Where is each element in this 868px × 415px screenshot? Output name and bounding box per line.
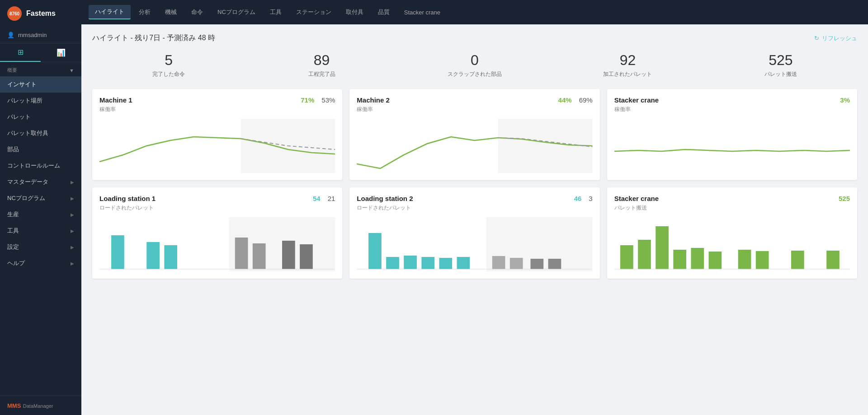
- sidebar-item-production[interactable]: 生産 ▶: [0, 206, 81, 223]
- sidebar-item-control-room[interactable]: コントロールルーム: [0, 158, 81, 174]
- card-stacker-crane-1-subtitle: 稼働率: [614, 106, 850, 113]
- nav-item-command[interactable]: 命令: [185, 5, 209, 19]
- svg-rect-13: [386, 257, 399, 269]
- svg-rect-12: [368, 233, 382, 269]
- card-machine2-chart: [357, 119, 592, 173]
- svg-rect-6: [235, 238, 248, 269]
- sidebar-item-pallet-location-label: パレット場所: [7, 97, 42, 105]
- sidebar-tabs: ⊞ 📊: [0, 43, 81, 62]
- nav-item-fixture[interactable]: 取付具: [340, 5, 370, 19]
- card-machine1-metrics: 71% 53%: [301, 96, 335, 104]
- svg-rect-26: [673, 250, 686, 269]
- mms-brand: MMS: [7, 402, 21, 409]
- sidebar-item-pallet-location[interactable]: パレット場所: [0, 93, 81, 109]
- card-machine2-metric1: 44%: [558, 96, 572, 104]
- stat-label-processed-pallets: 加工されたパレット: [551, 70, 704, 78]
- user-icon: 👤: [7, 32, 14, 38]
- card-machine1-metric2: 53%: [321, 96, 335, 104]
- nav-item-tool[interactable]: 工具: [264, 5, 288, 19]
- nav-item-machine[interactable]: 機械: [159, 5, 183, 19]
- svg-rect-21: [548, 259, 561, 269]
- nav-item-nc-program[interactable]: NCプログラム: [211, 5, 262, 19]
- sidebar-item-pallet-fixture[interactable]: パレット取付具: [0, 125, 81, 141]
- sidebar-item-insights[interactable]: インサイト: [0, 76, 81, 93]
- stat-number-process-complete: 89: [245, 52, 398, 69]
- stat-number-scrapped-parts: 0: [398, 52, 551, 69]
- stat-pallet-transport: 525 パレット搬送: [704, 52, 857, 78]
- card-loading-station-1-metric2: 21: [328, 195, 335, 202]
- card-stacker-crane-1-metrics: 3%: [840, 96, 850, 104]
- svg-rect-18: [492, 256, 505, 269]
- card-machine2-subtitle: 稼働率: [357, 106, 592, 113]
- sidebar-item-nc-program[interactable]: NCプログラム ▶: [0, 190, 81, 206]
- card-stacker-crane-1: Stacker crane 3% 稼働率: [607, 89, 857, 180]
- sidebar-arrow-help: ▶: [71, 261, 74, 266]
- sidebar-item-pallet-label: パレット: [7, 113, 31, 121]
- stat-scrapped-parts: 0 スクラップされた部品: [398, 52, 551, 78]
- logo-text: Fastems: [26, 9, 56, 18]
- refresh-button[interactable]: ↻ リフレッシュ: [814, 34, 857, 42]
- card-loading-station-1-title: Loading station 1: [99, 195, 156, 202]
- sidebar-arrow-tools: ▶: [71, 228, 74, 233]
- sidebar-item-settings[interactable]: 設定 ▶: [0, 239, 81, 255]
- card-machine1: Machine 1 71% 53% 稼働率: [92, 89, 342, 180]
- nav-item-analysis[interactable]: 分析: [132, 5, 157, 19]
- card-loading-station-2-chart: [357, 217, 592, 271]
- card-machine2-title: Machine 2: [357, 96, 390, 104]
- nav-item-stacker-crane[interactable]: Stacker crane: [398, 6, 447, 19]
- nav-item-station[interactable]: ステーション: [290, 5, 338, 19]
- card-loading-station-2-metric2: 3: [589, 195, 592, 202]
- stat-process-complete: 89 工程完了品: [245, 52, 398, 78]
- sidebar-item-nc-program-label: NCプログラム: [7, 194, 45, 202]
- card-machine2-header: Machine 2 44% 69%: [357, 96, 592, 104]
- cards-grid: Machine 1 71% 53% 稼働率: [92, 89, 857, 279]
- section-label-overview: 概要: [7, 67, 17, 74]
- card-stacker-crane-1-chart: [614, 119, 850, 173]
- sidebar-arrow-production: ▶: [71, 212, 74, 217]
- sidebar-item-tools[interactable]: 工具 ▶: [0, 223, 81, 239]
- svg-rect-24: [638, 240, 651, 269]
- svg-rect-25: [656, 226, 669, 269]
- card-loading-station-1-metric1: 54: [313, 195, 321, 202]
- sidebar-tab-grid[interactable]: ⊞: [0, 43, 41, 62]
- stat-number-pallet-transport: 525: [704, 52, 857, 69]
- nav-item-quality[interactable]: 品質: [372, 5, 396, 19]
- stat-number-completed-orders: 5: [92, 52, 245, 69]
- svg-rect-32: [826, 251, 840, 269]
- sidebar-item-parts-label: 部品: [7, 145, 19, 154]
- svg-rect-27: [691, 248, 704, 269]
- svg-rect-29: [738, 250, 751, 269]
- content-area: ハイライト - 残り7日 - 予測済み 48 時 ↻ リフレッシュ 5 完了した…: [81, 24, 868, 415]
- sidebar-item-parts[interactable]: 部品: [0, 141, 81, 158]
- svg-rect-7: [253, 243, 266, 269]
- sidebar-item-insights-label: インサイト: [7, 80, 37, 89]
- card-machine1-metric1: 71%: [301, 96, 314, 104]
- sidebar-item-pallet[interactable]: パレット: [0, 109, 81, 125]
- svg-rect-14: [404, 256, 417, 269]
- card-loading-station-1-metrics: 54 21: [313, 195, 335, 202]
- nav-item-highlight[interactable]: ハイライト: [89, 5, 131, 19]
- sidebar-tab-chart[interactable]: 📊: [41, 43, 81, 62]
- logo-circle: 8760: [7, 6, 22, 21]
- card-stacker-crane-1-header: Stacker crane 3%: [614, 96, 850, 104]
- svg-rect-20: [531, 259, 544, 269]
- sidebar-arrow-settings: ▶: [71, 245, 74, 250]
- card-loading-station-2-header: Loading station 2 46 3: [357, 195, 592, 202]
- card-loading-station-1-chart: [99, 217, 335, 271]
- stats-row: 5 完了した命令 89 工程完了品 0 スクラップされた部品 92 加工されたパ…: [92, 52, 857, 78]
- svg-rect-30: [755, 251, 769, 269]
- card-machine2-metric2: 69%: [579, 96, 593, 104]
- top-navigation: ハイライト 分析 機械 命令 NCプログラム 工具 ステーション 取付具 品質 …: [81, 0, 868, 24]
- sidebar-item-master-data[interactable]: マスターデータ ▶: [0, 174, 81, 190]
- user-area: 👤 mmsadmin: [0, 27, 81, 43]
- card-loading-station-2-subtitle: ロードされたパレット: [357, 204, 592, 212]
- stat-processed-pallets: 92 加工されたパレット: [551, 52, 704, 78]
- sidebar-item-help[interactable]: ヘルプ ▶: [0, 255, 81, 271]
- card-stacker-crane-2-chart: [614, 217, 850, 271]
- svg-rect-9: [300, 244, 313, 269]
- card-stacker-crane-2-subtitle: パレット搬送: [614, 204, 850, 212]
- sidebar-arrow-nc-program: ▶: [71, 196, 74, 201]
- card-machine1-header: Machine 1 71% 53%: [99, 96, 335, 104]
- sidebar-item-control-room-label: コントロールルーム: [7, 162, 60, 170]
- card-loading-station-2-metric1: 46: [574, 195, 582, 202]
